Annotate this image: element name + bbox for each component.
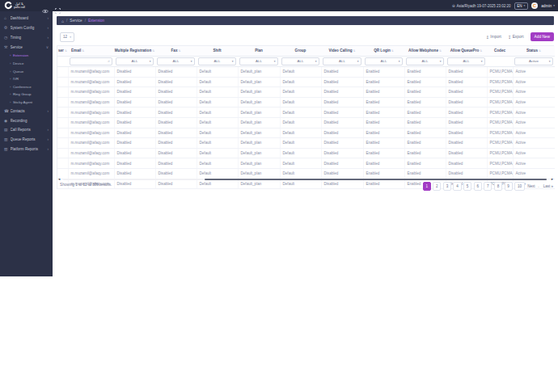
export-button[interactable]: ↧ Export <box>508 35 524 40</box>
filter-select-allow-queuepro[interactable]: ALL▾ <box>447 57 485 66</box>
cell: Active <box>513 138 555 149</box>
fullscreen-icon[interactable] <box>55 2 61 17</box>
cell: Default <box>280 128 321 138</box>
last-page-button[interactable]: Last » <box>543 182 554 191</box>
page-button-4[interactable]: 4 <box>453 182 461 191</box>
user-avatar[interactable]: C <box>531 2 539 10</box>
sidebar-item-call-reports[interactable]: ▤Call Reports› <box>0 125 53 135</box>
email-search-input[interactable] <box>70 65 112 72</box>
column-header-plan: Plan <box>238 46 280 56</box>
column-header-allow-queuepro[interactable]: Allow QueuePro⇅ <box>446 46 487 56</box>
import-button[interactable]: ↥ Import <box>486 35 501 40</box>
cell: Default <box>280 138 321 149</box>
filter-select-plan[interactable]: ALL▾ <box>239 57 278 66</box>
cell: Active <box>513 117 555 128</box>
cell: Enabled <box>404 138 446 149</box>
scroll-right-icon[interactable]: ▸ <box>552 177 553 181</box>
cell: PCMU,PCMA,G729 <box>487 87 513 98</box>
scrollbar-thumb[interactable] <box>205 179 547 181</box>
filter-select-allow-webphone[interactable]: ALL▾ <box>406 57 444 66</box>
cell: Default <box>280 117 321 128</box>
page-size-select[interactable]: 12 ▾ <box>60 32 74 42</box>
sidebar-item-recording[interactable]: ◉Recording <box>0 116 53 125</box>
sidebar-subitem-conference[interactable]: ›Conference <box>0 83 53 91</box>
filter-select-group[interactable]: ALL▾ <box>281 57 319 66</box>
sidebar-item-timing[interactable]: ◷Timing› <box>0 33 53 43</box>
filter-select-status[interactable]: Active▾ <box>514 57 553 66</box>
page-button-10[interactable]: 10 <box>514 182 525 191</box>
filter-select-qr-login[interactable]: ALL▾ <box>365 57 403 66</box>
cell: Disabled <box>114 87 155 98</box>
cell: Active <box>513 87 555 98</box>
queue-reports-icon: ▥ <box>4 137 11 141</box>
language-selector[interactable]: EN ▾ <box>514 2 528 10</box>
breadcrumb-service[interactable]: Service <box>70 19 82 23</box>
scroll-left-icon[interactable]: ◂ <box>58 177 60 181</box>
column-header-label: Multiple Registration <box>115 48 151 53</box>
sidebar-subitem-ivr[interactable]: ›IVR <box>0 75 53 83</box>
cell: Default <box>197 128 238 138</box>
home-icon[interactable]: ⌂ <box>61 19 64 23</box>
sidebar-subitem-device[interactable]: ›Device <box>0 60 53 68</box>
page-button-6[interactable]: 6 <box>474 182 482 191</box>
sidebar-subitem-sticky-agent[interactable]: ›Sticky Agent <box>0 99 53 107</box>
column-header-partial[interactable]: ser⇅ <box>57 46 68 56</box>
cell: Active <box>513 158 555 169</box>
breadcrumb-extension[interactable]: Extension <box>88 19 104 23</box>
column-header-multiple-registration[interactable]: Multiple Registration⇅ <box>114 46 155 56</box>
sidebar-subitem-label: Conference <box>13 85 32 89</box>
page-button-8[interactable]: 8 <box>494 182 502 191</box>
table-row: m.muzamil@afaqy.comDisabledDisabledDefau… <box>57 77 555 87</box>
cell: Enabled <box>404 67 446 78</box>
cell: Disabled <box>321 158 363 169</box>
chevron-down-icon: ▾ <box>232 60 234 63</box>
table-row: m.muzamil@afaqy.comDisabledDisabledDefau… <box>57 67 555 78</box>
column-header-allow-webphone[interactable]: Allow Webphone⇅ <box>404 46 446 56</box>
column-header-status[interactable]: Status⇅ <box>513 46 555 56</box>
next-page-button[interactable]: Next → <box>526 182 540 191</box>
sidebar: ⌂Dashboard›⚙System Config›◷Timing›⚒Servi… <box>0 11 53 276</box>
cell: Enabled <box>363 158 404 169</box>
cell: Disabled <box>114 158 155 169</box>
cell: Disabled <box>155 97 197 107</box>
column-header-qr-login[interactable]: QR Login⇅ <box>363 46 404 56</box>
sidebar-item-system-config[interactable]: ⚙System Config› <box>0 23 53 33</box>
page-button-9[interactable]: 9 <box>505 182 513 191</box>
sidebar-item-contacts[interactable]: ☎Contacts› <box>0 106 53 116</box>
page-button-5[interactable]: 5 <box>463 182 471 191</box>
cell: Disabled <box>321 138 363 149</box>
sidebar-subitem-queue[interactable]: ›Queue <box>0 67 53 75</box>
page-button-1[interactable]: 1 <box>423 182 431 191</box>
column-header-email[interactable]: Email⇅ <box>68 46 114 56</box>
column-header-label: Fax <box>171 48 178 53</box>
cell: Disabled <box>446 158 487 169</box>
filter-select-shift[interactable]: ALL▾ <box>198 57 236 66</box>
cell: Disabled <box>321 97 363 107</box>
app-logo: يلا كول yalla call <box>4 1 25 11</box>
page-button-3[interactable]: 3 <box>443 182 451 191</box>
sidebar-item-service[interactable]: ⚒Service∨ <box>0 42 53 52</box>
sidebar-subitem-label: Extension <box>13 53 28 57</box>
cell: Enabled <box>404 107 446 118</box>
page-button-7[interactable]: 7 <box>484 182 492 191</box>
filter-value: ALL <box>339 59 345 63</box>
column-header-label: Shift <box>213 48 221 53</box>
sort-icon: ⇅ <box>65 49 67 53</box>
visibility-eye-icon[interactable] <box>42 2 49 17</box>
add-new-button[interactable]: Add New <box>531 32 554 41</box>
user-menu[interactable]: admin ▾ <box>541 4 555 8</box>
filter-select-video-calling[interactable]: ALL▾ <box>323 57 361 66</box>
sidebar-item-queue-reports[interactable]: ▥Queue Reports› <box>0 135 53 145</box>
sidebar-subitem-ring-group[interactable]: ›Ring Group <box>0 91 53 99</box>
column-header-fax[interactable]: Fax⇅ <box>155 46 197 56</box>
cell: Enabled <box>363 87 404 98</box>
filter-select-fax[interactable]: ALL▾ <box>157 57 195 66</box>
page-button-2[interactable]: 2 <box>433 182 441 191</box>
filter-select-multiple-registration[interactable]: ALL▾ <box>116 57 154 66</box>
column-header-label: Codec <box>494 48 505 53</box>
column-header-video-calling[interactable]: Video Calling⇅ <box>321 46 363 56</box>
sidebar-subitem-extension[interactable]: ›Extension <box>0 52 53 60</box>
filter-value: ALL <box>214 59 221 63</box>
chevron-right-icon: › <box>10 77 11 81</box>
sidebar-item-platform-reports[interactable]: ▧Platform Reports› <box>0 145 53 154</box>
